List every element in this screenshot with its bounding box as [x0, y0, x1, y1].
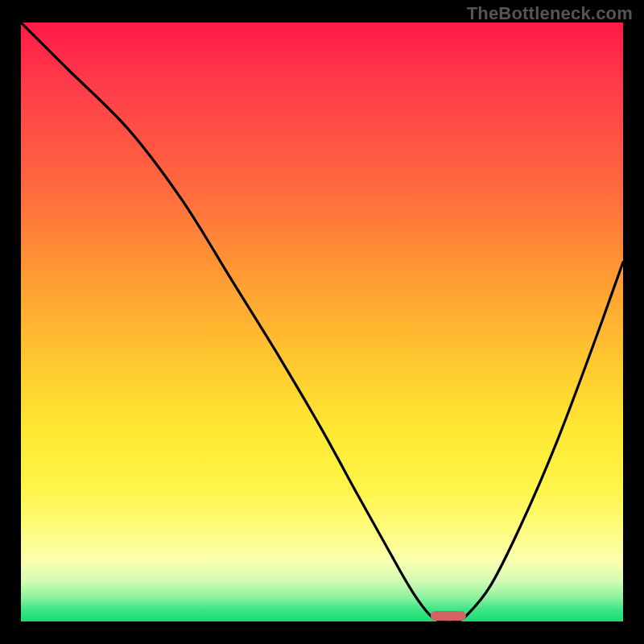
watermark-text: TheBottleneck.com: [467, 3, 633, 24]
plot-area: [21, 23, 623, 621]
optimal-marker: [431, 611, 467, 621]
chart-container: TheBottleneck.com: [0, 0, 644, 644]
bottleneck-curve: [21, 23, 623, 621]
curve-path: [21, 23, 623, 621]
